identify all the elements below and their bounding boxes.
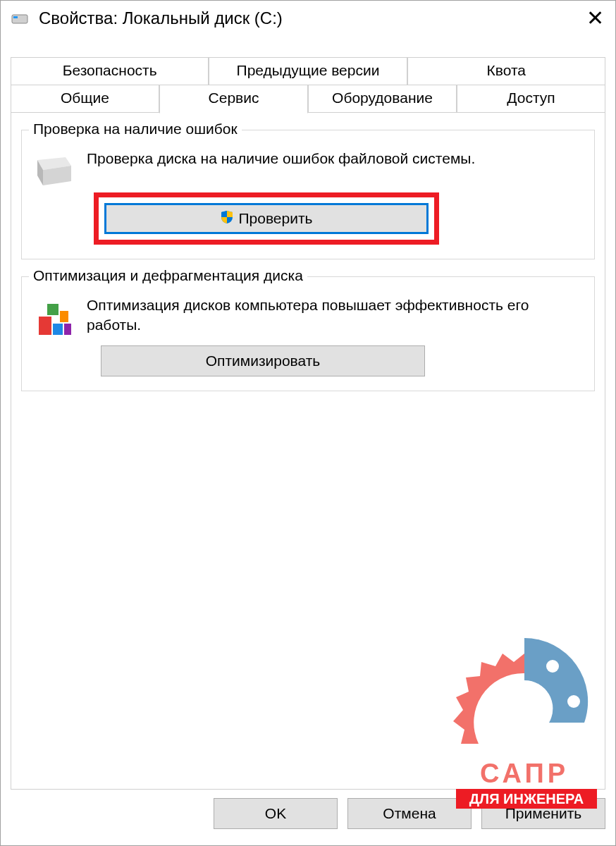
svg-rect-1 <box>13 16 18 18</box>
shield-icon <box>220 210 234 228</box>
optimize-button-label: Оптимизировать <box>206 352 321 369</box>
check-button-highlight: Проверить <box>94 192 439 245</box>
optimize-button-wrap: Оптимизировать <box>101 345 425 376</box>
tab-quota[interactable]: Квота <box>407 57 605 85</box>
check-button[interactable]: Проверить <box>104 203 429 234</box>
svg-rect-8 <box>60 311 68 322</box>
apply-button-label: Применить <box>505 805 582 822</box>
svg-rect-9 <box>64 324 71 335</box>
tab-hardware[interactable]: Оборудование <box>308 85 457 113</box>
defrag-icon <box>35 300 74 339</box>
drive-icon <box>11 9 29 27</box>
check-button-label: Проверить <box>238 210 312 227</box>
optimize-button[interactable]: Оптимизировать <box>101 345 425 376</box>
section-error-check-text: Проверка диска на наличие ошибок файлово… <box>87 149 586 168</box>
ok-button-label: OK <box>265 805 286 822</box>
tab-security[interactable]: Безопасность <box>11 57 209 85</box>
tab-sharing[interactable]: Доступ <box>457 85 605 113</box>
section-optimize-text: Оптимизация дисков компьютера повышает э… <box>87 295 586 336</box>
svg-rect-0 <box>12 15 27 23</box>
svg-rect-6 <box>53 324 63 335</box>
tab-content: Проверка на наличие ошибок Проверка диск… <box>11 113 605 790</box>
section-error-check: Проверка на наличие ошибок Проверка диск… <box>21 130 595 259</box>
titlebar: Свойства: Локальный диск (C:) ✕ <box>1 1 615 36</box>
section-optimize: Оптимизация и дефрагментация диска Оптим… <box>21 276 595 391</box>
cancel-button-label: Отмена <box>383 805 436 822</box>
window-title: Свойства: Локальный диск (C:) <box>39 8 584 28</box>
tab-general[interactable]: Общие <box>11 85 159 113</box>
dialog-buttons: OK Отмена Применить <box>1 790 615 839</box>
section-optimize-legend: Оптимизация и дефрагментация диска <box>29 267 307 284</box>
svg-rect-7 <box>47 304 58 315</box>
drive-check-icon <box>35 153 74 192</box>
tab-tools[interactable]: Сервис <box>159 85 308 114</box>
cancel-button[interactable]: Отмена <box>347 798 472 829</box>
apply-button[interactable]: Применить <box>481 798 605 829</box>
section-error-check-legend: Проверка на наличие ошибок <box>29 121 242 137</box>
close-button[interactable]: ✕ <box>584 8 605 29</box>
tabs-container: Безопасность Предыдущие версии Квота Общ… <box>11 57 605 113</box>
svg-rect-5 <box>39 317 51 335</box>
ok-button[interactable]: OK <box>214 798 338 829</box>
tab-previous-versions[interactable]: Предыдущие версии <box>209 57 407 85</box>
